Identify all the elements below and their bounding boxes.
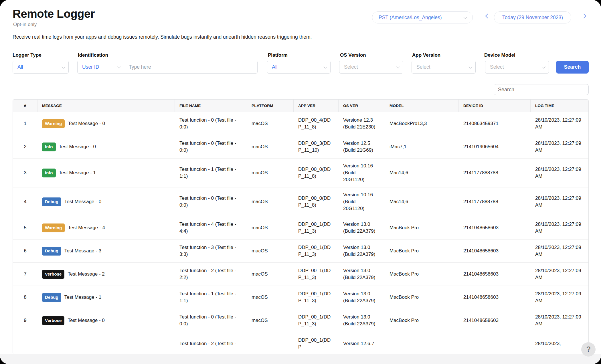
- column-header: FILE NAME: [175, 100, 247, 112]
- device-model-select[interactable]: Select: [485, 61, 549, 74]
- search-button[interactable]: Search: [556, 61, 589, 74]
- log-level-badge: Debug: [42, 247, 61, 256]
- message-cell: DebugTest Message - 3: [37, 240, 175, 262]
- table-body: 1WarningTest Message - 0Test function - …: [13, 112, 588, 354]
- log-level-badge: Debug: [42, 197, 61, 206]
- cell: DDP_00_3(DDP_11_10): [294, 135, 339, 158]
- cell: [247, 332, 294, 354]
- previous-day-chevron-icon[interactable]: [485, 14, 490, 19]
- cell: 1: [13, 112, 37, 135]
- cell: 28/10/2023, 12:27:09 AM: [531, 263, 588, 286]
- help-button[interactable]: ?: [581, 342, 596, 357]
- cell: 2140863459371: [459, 112, 531, 135]
- logger-type-select[interactable]: All: [13, 61, 69, 74]
- cell: MacBook Pro: [385, 240, 459, 262]
- table-row[interactable]: 3InfoTest Message - 1Test function - 1 (…: [13, 158, 588, 187]
- cell: Test function - 1 (Test file - 1:1): [175, 286, 247, 309]
- log-level-badge: Verbose: [42, 270, 64, 279]
- cell: 2141177888788: [459, 187, 531, 216]
- message-cell: VerboseTest Message - 2: [37, 263, 175, 286]
- logs-table: #MESSAGEFILE NAMEPLATFORMAPP VEROS VERMO…: [13, 99, 589, 354]
- app-version-label: App Version: [412, 52, 440, 58]
- chevron-down-icon: [464, 15, 467, 19]
- log-level-badge: Info: [42, 169, 56, 177]
- cell: macOS: [247, 263, 294, 286]
- cell: DDP_00_1(DDP_11_3): [294, 216, 339, 239]
- message-text: Test Message - 0: [68, 317, 104, 324]
- cell: macOS: [247, 135, 294, 158]
- chevron-down-icon: [117, 65, 121, 69]
- identification-type-select[interactable]: User ID: [78, 61, 124, 73]
- os-version-select[interactable]: Select: [339, 61, 403, 74]
- message-cell: WarningTest Message - 4: [37, 216, 175, 239]
- cell: Version 13.0 (Build 22A379): [339, 216, 385, 239]
- table-row[interactable]: 2InfoTest Message - 0Test function - 0 (…: [13, 135, 588, 158]
- cell: Versione 12.3 (Build 21E230): [339, 112, 385, 135]
- device-model-label: Device Model: [484, 52, 515, 58]
- column-header: APP VER: [294, 100, 339, 112]
- table-row[interactable]: 1WarningTest Message - 0Test function - …: [13, 112, 588, 135]
- chevron-down-icon: [324, 65, 327, 69]
- cell: Version 13.0 (Build 22A379): [339, 286, 385, 309]
- cell: 2141048658603: [459, 263, 531, 286]
- cell: 2141177888788: [459, 159, 531, 187]
- cell: 28/10/2023, 12:27:09 AM: [531, 159, 588, 187]
- table-row[interactable]: 7VerboseTest Message - 2Test function - …: [13, 262, 588, 286]
- next-day-chevron-icon[interactable]: [582, 14, 586, 19]
- cell: Version 13.0 (Build 22A379): [339, 309, 385, 332]
- cell: macOS: [247, 286, 294, 309]
- cell: [385, 332, 459, 354]
- platform-select[interactable]: All: [267, 61, 331, 74]
- message-cell: DebugTest Message - 0: [37, 187, 175, 216]
- cell: Versión 12.6.7: [339, 332, 385, 354]
- chevron-down-icon: [62, 65, 66, 69]
- table-row[interactable]: 6DebugTest Message - 3Test function - 3 …: [13, 239, 588, 262]
- cell: 28/10/2023, 12:27:09 AM: [531, 309, 588, 332]
- table-row[interactable]: 4DebugTest Message - 0Test function - 0 …: [13, 187, 588, 216]
- table-row[interactable]: 8DebugTest Message - 1Test function - 1 …: [13, 286, 588, 309]
- cell: 5: [13, 216, 37, 239]
- message-text: Test Message - 0: [64, 198, 101, 205]
- cell: Version 10.16 (Build 20G1120): [339, 187, 385, 216]
- cell: MacBook Pro: [385, 309, 459, 332]
- log-level-badge: Verbose: [42, 316, 64, 325]
- cell: Mac14,6: [385, 159, 459, 187]
- chevron-down-icon: [396, 65, 400, 69]
- cell: MacBook Pro: [385, 263, 459, 286]
- cell: 2: [13, 135, 37, 158]
- page-subtitle: Opt-in only: [13, 22, 37, 27]
- platform-label: Platform: [268, 52, 288, 58]
- date-select[interactable]: Today (29 November 2023): [494, 11, 571, 23]
- cell: 8: [13, 286, 37, 309]
- cell: iMac7,1: [385, 135, 459, 158]
- cell: DDP_00_1(DDP_11_3): [294, 286, 339, 309]
- remote-logger-page: Remote Logger Opt-in only PST (America/L…: [0, 0, 601, 364]
- table-row[interactable]: 5WarningTest Message - 4Test function - …: [13, 216, 588, 239]
- cell: 28/10/2023, 12:27:09 AM: [531, 135, 588, 158]
- cell: MacBook Pro: [385, 216, 459, 239]
- column-header: DEVICE ID: [459, 100, 531, 112]
- column-header: PLATFORM: [247, 100, 294, 112]
- cell: 2141048658603: [459, 240, 531, 262]
- cell: DDP_00_4(DDP_11_8): [294, 112, 339, 135]
- cell: Test function - 0 (Test file - 0:0): [175, 135, 247, 158]
- cell: 28/10/2023, 12:27:09 AM: [531, 187, 588, 216]
- identification-combo: User ID: [77, 61, 258, 74]
- timezone-select[interactable]: PST (America/Los_Angeles): [372, 11, 473, 23]
- log-level-badge: Debug: [42, 293, 61, 302]
- cell: DDP_00_0(DDP_11_8): [294, 187, 339, 216]
- cell: macOS: [247, 216, 294, 239]
- page-description: Receive real time logs from your apps an…: [13, 34, 312, 40]
- cell: DDP_00_0(DDP_11_8): [294, 159, 339, 187]
- message-text: Test Message - 0: [59, 143, 96, 150]
- column-header: OS VER: [339, 100, 385, 112]
- identification-input[interactable]: [124, 61, 257, 73]
- cell: Test function - 0 (Test file - 0:0): [175, 112, 247, 135]
- identification-label: Identification: [78, 52, 108, 58]
- table-row[interactable]: 9VerboseTest Message - 0Test function - …: [13, 309, 588, 332]
- timezone-value: PST (America/Los_Angeles): [379, 15, 442, 21]
- column-header: MODEL: [385, 100, 459, 112]
- app-version-select[interactable]: Select: [412, 61, 476, 74]
- table-row[interactable]: Test function - 2 (Test file -DDP_00_1(D…: [13, 332, 588, 354]
- table-search-input[interactable]: [494, 84, 589, 95]
